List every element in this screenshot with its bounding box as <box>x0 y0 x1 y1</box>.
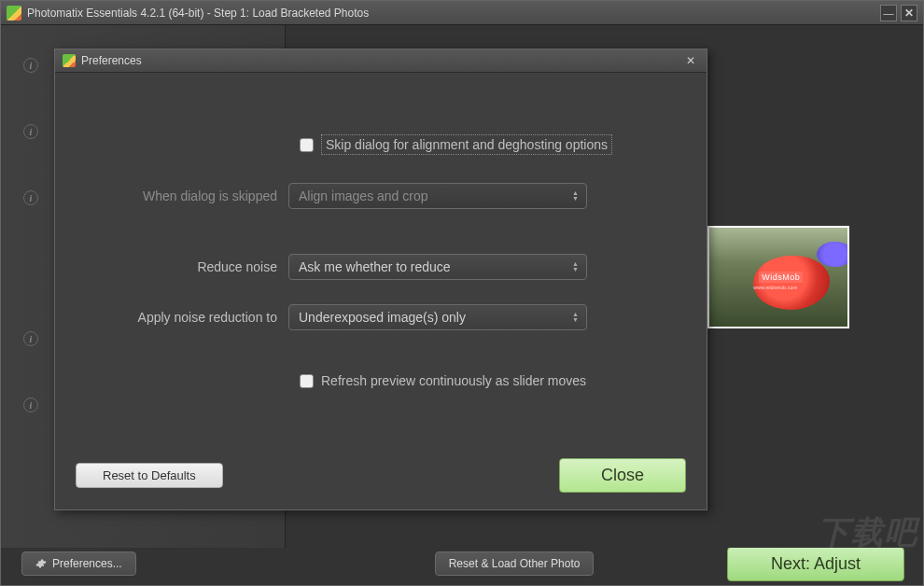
preferences-button-label: Preferences... <box>52 557 122 570</box>
reset-load-button[interactable]: Reset & Load Other Photo <box>435 551 595 576</box>
reset-defaults-label: Reset to Defaults <box>103 468 196 482</box>
info-icon[interactable]: i <box>23 398 38 412</box>
chevron-updown-icon <box>572 190 579 202</box>
apply-nr-label: Apply noise reduction to <box>83 310 288 325</box>
thumbnail-watermark-sub: www.widsmob.com <box>753 285 797 290</box>
reduce-noise-label: Reduce noise <box>83 259 288 274</box>
apply-nr-value: Underexposed image(s) only <box>299 310 466 325</box>
bottom-bar: Preferences... Reset & Load Other Photo … <box>1 548 923 585</box>
dialog-title: Preferences <box>81 54 142 67</box>
next-adjust-button-label: Next: Adjust <box>771 554 861 573</box>
when-skipped-select[interactable]: Align images and crop <box>288 183 587 209</box>
refresh-preview-row: Refresh preview continuously as slider m… <box>300 373 679 388</box>
window-title: Photomatix Essentials 4.2.1 (64-bit) - S… <box>27 7 369 20</box>
reset-defaults-button[interactable]: Reset to Defaults <box>76 463 223 488</box>
gear-icon <box>35 558 47 569</box>
close-button-label: Close <box>601 466 644 484</box>
thumbnail-image: WidsMob www.widsmob.com <box>709 228 847 327</box>
reduce-noise-select[interactable]: Ask me whether to reduce <box>288 254 587 280</box>
next-adjust-button[interactable]: Next: Adjust <box>727 547 904 581</box>
skip-dialog-label: Skip dialog for alignment and deghosting… <box>321 134 612 155</box>
app-window: Photomatix Essentials 4.2.1 (64-bit) - S… <box>0 0 924 586</box>
chevron-updown-icon <box>572 312 579 323</box>
refresh-preview-label: Refresh preview continuously as slider m… <box>321 373 586 388</box>
skip-dialog-row: Skip dialog for alignment and deghosting… <box>300 134 679 155</box>
dialog-body: Skip dialog for alignment and deghosting… <box>55 73 707 509</box>
window-close-button[interactable]: ✕ <box>901 5 917 21</box>
dialog-footer: Reset to Defaults Close <box>55 445 707 509</box>
when-skipped-label: When dialog is skipped <box>83 188 288 203</box>
minimize-button[interactable]: — <box>880 5 897 21</box>
title-bar: Photomatix Essentials 4.2.1 (64-bit) - S… <box>1 1 923 25</box>
preferences-dialog: Preferences ✕ Skip dialog for alignment … <box>54 49 707 510</box>
dialog-title-bar: Preferences ✕ <box>55 49 707 73</box>
app-icon <box>7 6 21 21</box>
preferences-button[interactable]: Preferences... <box>21 551 136 576</box>
info-icon[interactable]: i <box>23 190 38 205</box>
info-icon[interactable]: i <box>23 124 38 139</box>
chevron-updown-icon <box>572 261 579 272</box>
refresh-preview-checkbox[interactable] <box>300 374 314 388</box>
info-icon[interactable]: i <box>23 331 38 346</box>
app-icon <box>63 54 76 67</box>
thumbnail-watermark: WidsMob <box>759 272 803 283</box>
apply-nr-select[interactable]: Underexposed image(s) only <box>288 304 587 330</box>
dialog-close-button[interactable]: ✕ <box>682 53 699 68</box>
info-icon[interactable]: i <box>23 58 38 73</box>
reduce-noise-row: Reduce noise Ask me whether to reduce <box>83 254 679 280</box>
close-button[interactable]: Close <box>559 458 686 493</box>
reset-load-button-label: Reset & Load Other Photo <box>449 557 581 570</box>
when-skipped-row: When dialog is skipped Align images and … <box>83 183 679 209</box>
apply-nr-row: Apply noise reduction to Underexposed im… <box>83 304 679 330</box>
info-icon-column: i i i i i <box>23 58 38 412</box>
photo-thumbnail[interactable]: WidsMob www.widsmob.com <box>707 226 849 328</box>
when-skipped-value: Align images and crop <box>299 188 428 203</box>
skip-dialog-checkbox[interactable] <box>300 138 314 152</box>
reduce-noise-value: Ask me whether to reduce <box>299 259 451 274</box>
